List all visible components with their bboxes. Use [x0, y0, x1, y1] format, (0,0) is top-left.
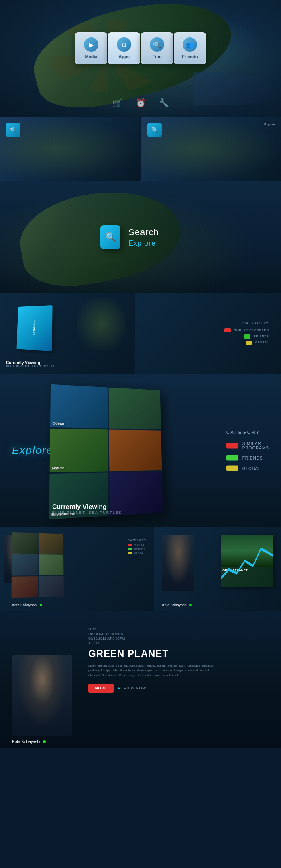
person-name-detail: Kota Kobayashi — [12, 739, 46, 744]
mini-cell-2 — [39, 533, 63, 554]
person-thumb-right — [162, 535, 194, 591]
thumb-right-search-icon: 🔍 — [147, 123, 162, 137]
box-face-explore: Explore — [32, 324, 36, 335]
grid-cell-fire[interactable] — [109, 429, 162, 471]
thumb-right-text: Explore — [264, 123, 275, 126]
cart-icon[interactable]: 🛒 — [112, 97, 123, 109]
section-3d-box-small: Search Explore Currently Viewing BLUE PL… — [0, 293, 281, 374]
thumb-left-turtle — [0, 117, 140, 181]
cat-label-friends: FRIENDS — [254, 335, 269, 338]
cat-mini-red — [128, 544, 132, 546]
find-icon: 🔍 — [150, 37, 164, 52]
media-icon: ▶ — [84, 37, 98, 52]
section-search-large: 🔍 Search Explore — [0, 181, 281, 293]
grid-cell-nature[interactable]: Nature — [50, 428, 108, 472]
cat-row-similar: SIMILARPROGRAMS — [226, 441, 269, 450]
cat-item-friends: FRIENDS — [244, 334, 269, 339]
section-thumbnails-gp: CATEGORY SIMILAR FRIENDS GLOBAL Kota Kob… — [0, 527, 281, 611]
cat-mini-row-2: FRIENDS — [128, 548, 147, 550]
cat-bar-red — [226, 443, 238, 449]
green-planet-img — [221, 535, 273, 567]
currently-viewing-label-lg: Currently Viewing BLUE PLANET: SEA TURTL… — [52, 503, 122, 515]
nav-label-friends: Friends — [182, 54, 198, 59]
tools-icon[interactable]: 🔧 — [158, 97, 169, 109]
gp-online-dot — [189, 604, 192, 606]
cat-title-lg: CATEGORY — [226, 430, 269, 435]
currently-viewing-sm: Currently Viewing BLUE PLANET: SEA TURTL… — [6, 361, 55, 368]
cat-dot-red — [224, 328, 231, 332]
grid-cell-turtle[interactable] — [108, 388, 161, 429]
gp-person-label: Kota Kobayashi — [162, 603, 192, 607]
section-explore-large: Explore Ocean Nature Environment Current… — [0, 374, 281, 527]
cat-mini-label-2: FRIENDS — [134, 548, 145, 550]
nav-label-apps: Apps — [118, 54, 130, 59]
view-now-button[interactable]: ▶ VIEW NOW — [118, 684, 146, 693]
cat-mini-row-1: SIMILAR — [128, 544, 147, 546]
mini-cell-5 — [12, 576, 38, 598]
bottom-icon-bar: 🛒 ⏰ 🔧 — [112, 97, 169, 109]
cat-dot-yellow — [246, 341, 252, 345]
online-indicator — [40, 604, 42, 606]
grid-cell-ocean[interactable]: Ocean — [50, 384, 108, 428]
thumb-right-turtle — [141, 117, 281, 181]
play-icon: ▶ — [118, 686, 121, 690]
clock-icon[interactable]: ⏰ — [135, 97, 146, 109]
search-text-block: Search Explore — [128, 227, 159, 248]
thumb-right[interactable]: 🔍 Explore — [141, 117, 281, 181]
detail-info-panel: Dvr DISCOVERY CHANNEL: 08/26/2012 AT 8:0… — [88, 627, 217, 693]
cat-label-global: GLOBAL — [255, 341, 269, 344]
detail-title: GREEN PLANET — [88, 648, 217, 659]
search-3d-icon[interactable]: 🔍 — [100, 225, 120, 249]
category-panel-sm: CATEGORY SIMILAR PROGRAMS FRIENDS GLOBAL — [135, 293, 281, 374]
cat-label-similar: SIMILAR PROGRAMS — [234, 329, 269, 332]
friends-icon: 👥 — [183, 37, 197, 52]
section-main-nav: ▶ Media ⚙ Apps 🔍 Find 👥 Friends 🛒 ⏰ 🔧 — [0, 0, 281, 117]
grid-label-ocean: Ocean — [52, 421, 64, 425]
gc-fire-bg — [109, 429, 162, 471]
cat-mini-green — [128, 548, 132, 550]
section-detail-card: Kota Kobayashi Dvr DISCOVERY CHANNEL: 08… — [0, 611, 281, 748]
cat-dot-green — [244, 334, 250, 339]
cat-mini-label-1: SIMILAR — [134, 544, 144, 546]
mini-content-grid — [12, 532, 64, 598]
person-face-right — [162, 535, 194, 591]
mini-cell-4 — [39, 554, 64, 575]
more-button[interactable]: MORE — [88, 684, 114, 693]
category-title-sm: CATEGORY — [242, 321, 269, 325]
cv-sub-title: BLUE PLANET: SEA TURTLES — [52, 511, 122, 515]
content-grid-3d: Ocean Nature Environment — [49, 384, 163, 519]
nav-label-media: Media — [85, 54, 97, 59]
green-planet-card[interactable]: GREEN PLANET — [221, 535, 273, 587]
section-split-thumbs: 🔍 🔍 Explore — [0, 117, 281, 181]
nav-item-friends[interactable]: 👥 Friends — [174, 32, 206, 64]
detail-channel: DISCOVERY CHANNEL: — [88, 632, 217, 636]
cv-main-title: Currently Viewing — [52, 503, 122, 511]
detail-buttons: MORE ▶ VIEW NOW — [88, 684, 217, 693]
apps-icon: ⚙ — [117, 37, 131, 52]
detail-description: Lorem ipsum dolor sit amet, consectetur … — [88, 663, 217, 678]
cv-sub-sm: BLUE PLANET: SEA TURTLES — [6, 365, 55, 368]
cat-mini-panel: CATEGORY SIMILAR FRIENDS GLOBAL — [128, 539, 147, 554]
person-label-left: Kota Kobayashi — [12, 603, 42, 607]
cat-row-global: GLOBAL — [226, 466, 269, 471]
nav-item-apps[interactable]: ⚙ Apps — [108, 32, 140, 64]
explore-main-label: Explore — [12, 444, 53, 457]
nav-item-media[interactable]: ▶ Media — [75, 32, 107, 64]
cat-row-friends: FRIENDS — [226, 455, 269, 461]
cat-label-similar-lg: SIMILARPROGRAMS — [242, 441, 269, 450]
explore-label: Explore — [128, 239, 159, 248]
section6-right: GREEN PLANET Kota Kobayashi — [154, 527, 281, 611]
cat-label-friends-lg: FRIENDS — [242, 456, 263, 460]
box-turtle-img — [77, 298, 126, 350]
nav-item-find[interactable]: 🔍 Find — [141, 32, 173, 64]
cat-item-similar: SIMILAR PROGRAMS — [224, 328, 269, 332]
section6-left: CATEGORY SIMILAR FRIENDS GLOBAL Kota Kob… — [0, 527, 153, 611]
person-face-detail — [12, 655, 72, 736]
online-dot-detail — [43, 740, 46, 743]
thumb-left[interactable]: 🔍 — [0, 117, 140, 181]
cat-bar-yellow — [226, 466, 238, 471]
nav-label-find: Find — [152, 54, 161, 59]
gc-turtle-bg — [108, 388, 161, 429]
detail-duration: 1:00:00 — [88, 641, 217, 645]
cat-mini-label-3: GLOBAL — [134, 552, 144, 554]
